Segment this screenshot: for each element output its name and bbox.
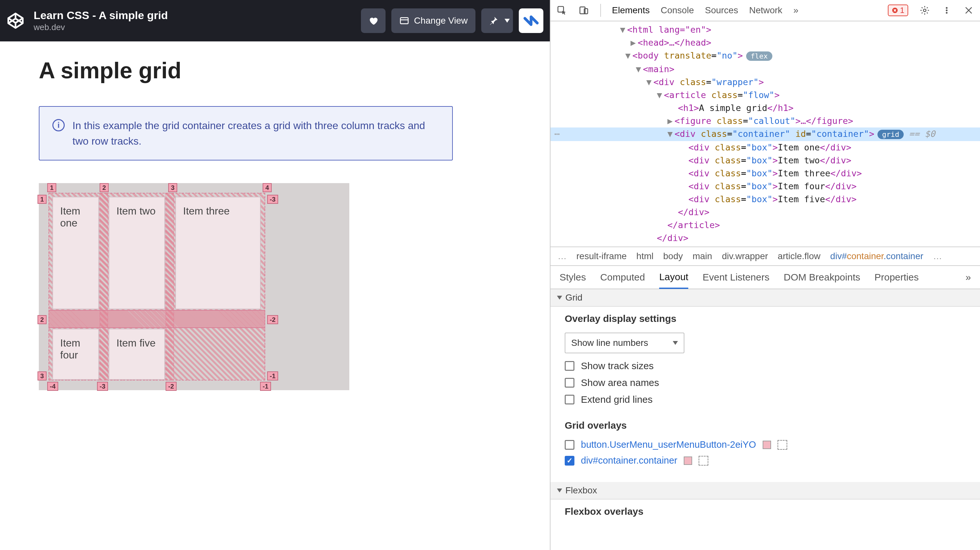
crumb-selected[interactable]: div#container.container — [830, 251, 923, 261]
crumb[interactable]: article.flow — [778, 251, 821, 261]
overlay-color-swatch[interactable] — [763, 441, 771, 449]
dom-line[interactable]: </article> — [550, 219, 980, 232]
preview-body: A simple grid i In this example the grid… — [0, 41, 550, 550]
dom-line[interactable]: <div class="box">Item five</div> — [550, 193, 980, 206]
error-count: 1 — [900, 6, 904, 15]
svg-rect-3 — [401, 18, 408, 24]
device-toggle-icon[interactable] — [578, 5, 589, 16]
layout-panel[interactable]: Grid Overlay display settings Show line … — [550, 289, 980, 550]
page-title: A simple grid — [39, 57, 511, 83]
info-icon: i — [52, 119, 65, 131]
dom-breadcrumb[interactable]: … result-iframe html body main div.wrapp… — [550, 247, 980, 266]
crumb[interactable]: result-iframe — [576, 251, 627, 261]
subtabs-more[interactable]: » — [966, 272, 971, 283]
grid-section-header[interactable]: Grid — [550, 289, 980, 307]
dom-line[interactable]: ▶<head>…</head> — [550, 36, 980, 49]
dom-line[interactable]: <h1>A simple grid</h1> — [550, 102, 980, 115]
col-line-2: 2 — [100, 183, 109, 192]
kebab-menu-icon[interactable] — [941, 5, 952, 16]
crumb[interactable]: html — [636, 251, 654, 261]
tab-console[interactable]: Console — [661, 5, 694, 16]
subtab-computed[interactable]: Computed — [600, 272, 645, 283]
sponsor-logo-icon[interactable] — [519, 8, 543, 33]
subtab-properties[interactable]: Properties — [875, 272, 919, 283]
overlay-checkbox[interactable] — [565, 440, 574, 450]
subtab-event-listeners[interactable]: Event Listeners — [703, 272, 770, 283]
overlay-label[interactable]: button.UserMenu_userMenuButton-2eiYO — [581, 439, 756, 450]
dom-line[interactable]: ▼<main> — [550, 63, 980, 76]
overlay-checkbox[interactable] — [565, 456, 574, 466]
overlay-color-swatch[interactable] — [684, 456, 692, 465]
subtab-layout[interactable]: Layout — [659, 271, 688, 289]
dom-line-selected[interactable]: ⋯ ▼<div class="container" id="container"… — [550, 128, 980, 141]
line-numbers-select[interactable]: Show line numbers — [565, 333, 684, 353]
tab-sources[interactable]: Sources — [705, 5, 738, 16]
flex-pill[interactable]: flex — [746, 51, 772, 61]
grid-gap-row-1 — [49, 310, 265, 328]
subtab-dom-breakpoints[interactable]: DOM Breakpoints — [784, 272, 860, 283]
inspect-icon[interactable] — [556, 5, 567, 16]
codepen-header: Learn CSS - A simple grid web.dev Change… — [0, 0, 550, 41]
grid-item-2: Item two — [109, 197, 165, 309]
error-badge[interactable]: 1 — [888, 5, 908, 16]
dom-line[interactable]: </div> — [550, 206, 980, 219]
dom-line[interactable]: </div> — [550, 232, 980, 245]
codepen-pane: Learn CSS - A simple grid web.dev Change… — [0, 0, 550, 550]
grid-demo-wrap: Item one Item two Item three Item four I… — [39, 183, 349, 390]
dom-tree[interactable]: ▼<html lang="en"> ▶<head>…</head> ▼<body… — [550, 21, 980, 247]
chk-track-sizes[interactable]: Show track sizes — [565, 360, 966, 371]
subtab-styles[interactable]: Styles — [560, 272, 586, 283]
overlay-row-2[interactable]: div#container.container — [565, 455, 966, 466]
crumb[interactable]: main — [692, 251, 712, 261]
grid-overlays-head: Grid overlays — [565, 420, 966, 431]
flexbox-overlays-head: Flexbox overlays — [565, 506, 966, 517]
pen-author[interactable]: web.dev — [33, 22, 168, 32]
chk-extend-lines[interactable]: Extend grid lines — [565, 394, 966, 405]
flexbox-section-header[interactable]: Flexbox — [550, 482, 980, 499]
dom-line[interactable]: ▼<html lang="en"> — [550, 23, 980, 36]
dom-line[interactable]: ▼<div class="wrapper"> — [550, 76, 980, 89]
dom-line[interactable]: ▶<figure class="callout">…</figure> — [550, 115, 980, 128]
chevron-down-icon — [673, 341, 678, 345]
header-right: Change View — [361, 8, 543, 33]
tabs-more[interactable]: » — [793, 5, 799, 16]
codepen-logo-icon[interactable] — [5, 10, 26, 31]
svg-point-11 — [946, 10, 947, 11]
chk-area-names[interactable]: Show area names — [565, 377, 966, 388]
overlay-label[interactable]: div#container.container — [581, 455, 677, 466]
crumb[interactable]: div.wrapper — [722, 251, 768, 261]
heart-button[interactable] — [361, 8, 385, 33]
flexbox-section-body: Flexbox overlays — [550, 499, 980, 536]
overlay-row-1[interactable]: button.UserMenu_userMenuButton-2eiYO — [565, 439, 966, 450]
pin-dropdown[interactable] — [501, 8, 513, 33]
grid-section-body: Overlay display settings Show line numbe… — [550, 307, 980, 482]
settings-gear-icon[interactable] — [919, 5, 930, 16]
dom-line[interactable]: <div class="box">Item two</div> — [550, 154, 980, 167]
breadcrumb-ell-left[interactable]: … — [558, 251, 566, 261]
devtools-tabbar: Elements Console Sources Network » 1 — [550, 0, 980, 21]
reveal-icon[interactable] — [698, 456, 708, 466]
breadcrumb-ell-right[interactable]: … — [933, 251, 942, 261]
reveal-icon[interactable] — [778, 440, 787, 450]
dom-line[interactable]: <div class="box">Item one</div> — [550, 141, 980, 154]
select-value: Show line numbers — [571, 338, 648, 348]
dom-line[interactable]: </main> — [550, 245, 980, 247]
change-view-button[interactable]: Change View — [391, 8, 476, 33]
svg-point-9 — [923, 9, 926, 12]
grid-container[interactable]: Item one Item two Item three Item four I… — [49, 193, 265, 381]
dom-line[interactable]: ▼<article class="flow"> — [550, 89, 980, 102]
dom-line[interactable]: <div class="box">Item four</div> — [550, 180, 980, 193]
divider — [600, 4, 601, 17]
crumb[interactable]: body — [663, 251, 683, 261]
grid-pill[interactable]: grid — [877, 130, 904, 139]
close-devtools-icon[interactable] — [963, 5, 974, 16]
row-line-n2: -2 — [267, 315, 278, 324]
pen-title: Learn CSS - A simple grid — [33, 9, 168, 22]
tab-network[interactable]: Network — [749, 5, 783, 16]
row-line-n1: -1 — [267, 371, 278, 381]
overlay-settings-head: Overlay display settings — [565, 313, 966, 324]
dom-line[interactable]: <div class="box">Item three</div> — [550, 167, 980, 180]
dom-line[interactable]: ▼<body translate="no">flex — [550, 49, 980, 63]
title-block: Learn CSS - A simple grid web.dev — [33, 9, 168, 32]
tab-elements[interactable]: Elements — [612, 5, 650, 16]
